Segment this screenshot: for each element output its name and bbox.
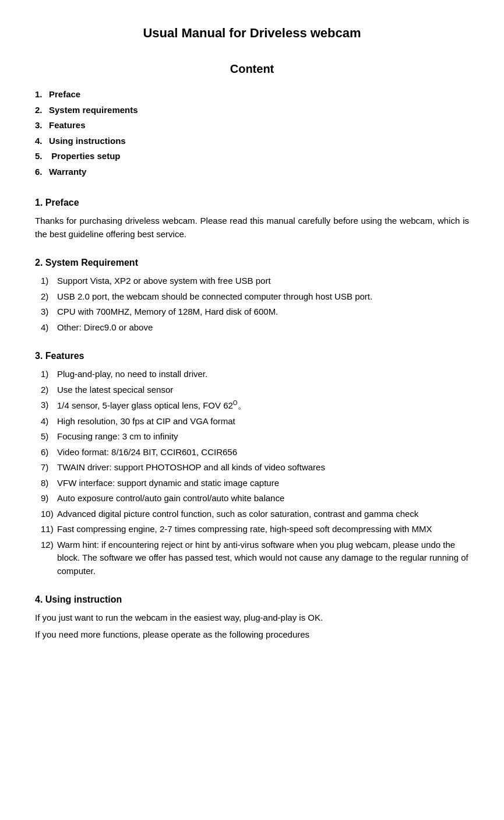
section-using-instruction: 4. Using instructionIf you just want to … bbox=[35, 593, 469, 641]
sections-container: 1. PrefaceThanks for purchasing driveles… bbox=[35, 196, 469, 641]
section-heading: 1. Preface bbox=[35, 196, 469, 210]
toc-item: 3.Features bbox=[35, 119, 469, 132]
toc-item: 5. Properties setup bbox=[35, 150, 469, 163]
list-item: 10)Advanced digital picture control func… bbox=[41, 508, 469, 521]
content-heading: Content bbox=[35, 60, 469, 78]
list-item: 1)Plug-and-play, no need to install driv… bbox=[41, 368, 469, 381]
section-paragraph: If you just want to run the webcam in th… bbox=[35, 611, 469, 625]
toc-item: 6.Warranty bbox=[35, 166, 469, 179]
list-item: 8)VFW interface: support dynamic and sta… bbox=[41, 477, 469, 490]
list-item: 7)TWAIN driver: support PHOTOSHOP and al… bbox=[41, 461, 469, 474]
section-preface: 1. PrefaceThanks for purchasing driveles… bbox=[35, 196, 469, 241]
list-item: 6)Video format: 8/16/24 BIT, CCIR601, CC… bbox=[41, 446, 469, 459]
section-list: 1)Support Vista, XP2 or above system wit… bbox=[41, 274, 469, 334]
list-item: 11)Fast compressing engine, 2-7 times co… bbox=[41, 523, 469, 536]
list-item: 2)USB 2.0 port, the webcam should be con… bbox=[41, 290, 469, 304]
toc-item: 2.System requirements bbox=[35, 104, 469, 117]
section-list: 1)Plug-and-play, no need to install driv… bbox=[41, 368, 469, 578]
list-item: 12)Warm hint: if encountering reject or … bbox=[41, 539, 469, 578]
toc-item: 1.Preface bbox=[35, 88, 469, 101]
section-heading: 4. Using instruction bbox=[35, 593, 469, 607]
list-item: 3)1/4 sensor, 5-layer glass optical lens… bbox=[41, 399, 469, 413]
table-of-contents: 1.Preface2.System requirements3.Features… bbox=[35, 88, 469, 178]
page-title: Usual Manual for Driveless webcam bbox=[35, 23, 469, 43]
list-item: 5)Focusing range: 3 cm to infinity bbox=[41, 430, 469, 444]
list-item: 2)Use the latest specical sensor bbox=[41, 383, 469, 397]
list-item: 9)Auto exposure control/auto gain contro… bbox=[41, 492, 469, 505]
list-item: 1)Support Vista, XP2 or above system wit… bbox=[41, 274, 469, 288]
section-heading: 3. Features bbox=[35, 349, 469, 363]
section-paragraph: Thanks for purchasing driveless webcam. … bbox=[35, 214, 469, 241]
list-item: 4)Other: Direc9.0 or above bbox=[41, 321, 469, 335]
toc-item: 4.Using instructions bbox=[35, 135, 469, 148]
section-heading: 2. System Requirement bbox=[35, 256, 469, 270]
section-system-requirement: 2. System Requirement1)Support Vista, XP… bbox=[35, 256, 469, 334]
list-item: 4)High resolution, 30 fps at CIP and VGA… bbox=[41, 415, 469, 428]
section-paragraph: If you need more functions, please opera… bbox=[35, 628, 469, 642]
list-item: 3)CPU with 700MHZ, Memory of 128M, Hard … bbox=[41, 305, 469, 319]
section-features: 3. Features1)Plug-and-play, no need to i… bbox=[35, 349, 469, 578]
